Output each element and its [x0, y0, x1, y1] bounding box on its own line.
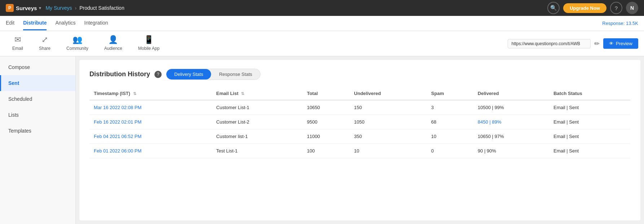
top-bar-actions: 🔍 Upgrade Now ? N — [547, 2, 638, 14]
breadcrumb-separator: › — [75, 5, 77, 11]
help-icon[interactable]: ? — [610, 2, 622, 14]
cell-spam-1: 68 — [427, 115, 473, 129]
sort-emaillist-icon[interactable]: ⇅ — [241, 91, 244, 96]
mobile-icon: 📱 — [144, 35, 154, 44]
edit-url-button[interactable]: ✏ — [594, 40, 600, 48]
cell-delivered-2: 10650 | 97% — [473, 129, 549, 144]
table-row: Mar 16 2022 02:08 PM Customer List-1 106… — [89, 100, 630, 115]
distribution-history-header: Distribution History ? Delivery Stats Re… — [89, 69, 630, 80]
cell-spam-2: 10 — [427, 129, 473, 144]
cell-total-0: 10650 — [303, 100, 350, 115]
cell-timestamp-0[interactable]: Mar 16 2022 02:08 PM — [89, 100, 212, 115]
cell-total-2: 11000 — [303, 129, 350, 144]
app-name: Surveys — [16, 5, 37, 11]
nav-integration[interactable]: Integration — [84, 16, 108, 30]
nav-edit[interactable]: Edit — [6, 16, 14, 30]
cell-undelivered-3: 10 — [350, 144, 427, 158]
cell-emaillist-3: Test List-1 — [212, 144, 302, 158]
cell-undelivered-1: 1050 — [350, 115, 427, 129]
col-email-list: Email List ⇅ — [212, 87, 302, 100]
cell-undelivered-0: 150 — [350, 100, 427, 115]
cell-timestamp-2[interactable]: Feb 04 2021 06:52 PM — [89, 129, 212, 144]
col-total: Total — [303, 87, 350, 100]
channel-email[interactable]: ✉ Email — [6, 31, 30, 56]
sidebar-item-sent[interactable]: Sent — [0, 75, 75, 91]
distribution-help-icon[interactable]: ? — [154, 71, 162, 78]
breadcrumb-current: Product Satisfaction — [79, 5, 124, 11]
channel-community[interactable]: 👥 Community — [60, 31, 95, 56]
cell-total-3: 100 — [303, 144, 350, 158]
cell-undelivered-2: 350 — [350, 129, 427, 144]
delivery-stats-button[interactable]: Delivery Stats — [166, 69, 211, 79]
channel-mobile-label: Mobile App — [138, 46, 159, 51]
user-avatar[interactable]: N — [626, 2, 638, 14]
nav-distribute[interactable]: Distribute — [23, 16, 47, 30]
distribution-table: Timestamp (IST) ⇅ Email List ⇅ Total Und… — [89, 87, 630, 158]
app-logo[interactable]: P Surveys ▾ — [6, 4, 41, 12]
cell-delivered-0: 10500 | 99% — [473, 100, 549, 115]
channel-nav-right: ✏ 👁 Preview — [508, 38, 638, 49]
table-header-row: Timestamp (IST) ⇅ Email List ⇅ Total Und… — [89, 87, 630, 100]
sort-timestamp-icon[interactable]: ⇅ — [133, 91, 136, 96]
channel-mobile[interactable]: 📱 Mobile App — [132, 31, 166, 56]
col-spam: Spam — [427, 87, 473, 100]
search-icon[interactable]: 🔍 — [547, 2, 560, 14]
cell-timestamp-3[interactable]: Feb 01 2022 06:00 PM — [89, 144, 212, 158]
sidebar: Compose Sent Scheduled Lists Templates — [0, 56, 76, 224]
distribution-history-title: Distribution History — [89, 70, 150, 78]
breadcrumb-parent[interactable]: My Surveys — [45, 5, 72, 11]
sidebar-item-templates[interactable]: Templates — [0, 123, 75, 139]
content-area: Distribution History ? Delivery Stats Re… — [79, 60, 640, 220]
main-content: Compose Sent Scheduled Lists Templates D… — [0, 56, 644, 224]
table-row: Feb 04 2021 06:52 PM Customer list-1 110… — [89, 129, 630, 144]
preview-button[interactable]: 👁 Preview — [603, 38, 638, 49]
dropdown-arrow-icon: ▾ — [39, 6, 41, 10]
channel-audience[interactable]: 👤 Audience — [98, 31, 129, 56]
share-icon: ⤢ — [41, 35, 48, 44]
channel-email-label: Email — [12, 46, 23, 51]
survey-url-input[interactable] — [508, 39, 591, 48]
sidebar-item-compose[interactable]: Compose — [0, 59, 75, 75]
cell-spam-3: 0 — [427, 144, 473, 158]
community-icon: 👥 — [73, 35, 82, 44]
preview-label: Preview — [616, 41, 632, 46]
preview-eye-icon: 👁 — [609, 41, 614, 46]
cell-batchstatus-1: Email | Sent — [549, 115, 630, 129]
col-undelivered: Undelivered — [350, 87, 427, 100]
cell-timestamp-1[interactable]: Feb 16 2022 02:01 PM — [89, 115, 212, 129]
col-batch-status: Batch Status — [549, 87, 630, 100]
sidebar-item-scheduled[interactable]: Scheduled — [0, 91, 75, 107]
top-bar: P Surveys ▾ My Surveys › Product Satisfa… — [0, 0, 644, 16]
cell-spam-0: 3 — [427, 100, 473, 115]
channel-nav: ✉ Email ⤢ Share 👥 Community 👤 Audience 📱… — [0, 31, 644, 56]
table-row: Feb 01 2022 06:00 PM Test List-1 100 10 … — [89, 144, 630, 158]
channel-share[interactable]: ⤢ Share — [32, 31, 57, 56]
table-row: Feb 16 2022 02:01 PM Customer List-2 950… — [89, 115, 630, 129]
breadcrumb: My Surveys › Product Satisfaction — [45, 5, 124, 11]
nav-analytics[interactable]: Analytics — [55, 16, 75, 30]
cell-emaillist-2: Customer list-1 — [212, 129, 302, 144]
channel-community-label: Community — [66, 46, 88, 51]
second-nav: Edit Distribute Analytics Integration Re… — [0, 16, 644, 31]
stats-toggle-group: Delivery Stats Response Stats — [166, 69, 260, 80]
col-delivered: Delivered — [473, 87, 549, 100]
upgrade-button[interactable]: Upgrade Now — [563, 3, 606, 13]
col-timestamp: Timestamp (IST) ⇅ — [89, 87, 212, 100]
channel-share-label: Share — [39, 46, 51, 51]
response-stats-button[interactable]: Response Stats — [211, 69, 260, 79]
cell-total-1: 9500 — [303, 115, 350, 129]
audience-icon: 👤 — [108, 35, 118, 44]
response-count: Response: 13.5K — [602, 21, 638, 26]
cell-delivered-1[interactable]: 8450 | 89% — [473, 115, 549, 129]
logo-icon: P — [6, 4, 14, 12]
cell-emaillist-1: Customer List-2 — [212, 115, 302, 129]
cell-delivered-3: 90 | 90% — [473, 144, 549, 158]
email-icon: ✉ — [14, 35, 21, 44]
cell-batchstatus-3: Email | Sent — [549, 144, 630, 158]
cell-batchstatus-2: Email | Sent — [549, 129, 630, 144]
sidebar-item-lists[interactable]: Lists — [0, 107, 75, 123]
cell-emaillist-0: Customer List-1 — [212, 100, 302, 115]
cell-batchstatus-0: Email | Sent — [549, 100, 630, 115]
channel-audience-label: Audience — [104, 46, 122, 51]
